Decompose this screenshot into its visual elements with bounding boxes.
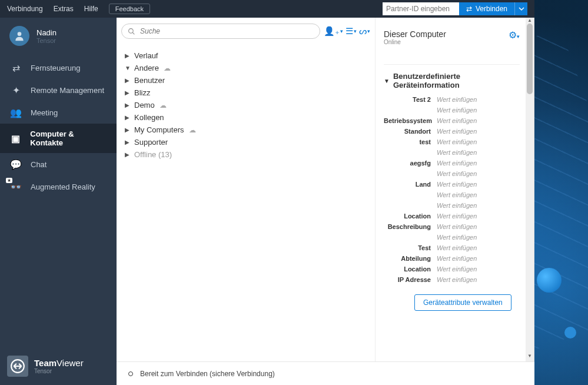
info-row: Wert einfügen [384, 190, 520, 200]
chevron-down-icon [519, 6, 524, 12]
search-input[interactable] [140, 27, 314, 35]
info-value[interactable]: Wert einfügen [437, 96, 477, 103]
triangle-right-icon: ▶ [125, 114, 131, 121]
scrollbar[interactable]: ▲ ▼ [526, 18, 534, 361]
profile[interactable]: Nadin Tensor [0, 18, 117, 57]
group-item[interactable]: ▶My Computers☁ [125, 124, 367, 136]
group-label: Benutzer [134, 76, 165, 85]
cloud-icon: ☁ [160, 101, 167, 109]
group-label: Andere [134, 64, 159, 72]
section-title-text: Benutzerdefinierte Geräteinformation [393, 72, 520, 89]
add-contact-button[interactable]: 👤₊▾ [324, 26, 343, 36]
info-label [384, 170, 437, 177]
info-row: Wert einfügen [384, 200, 520, 211]
person-plus-icon: 👤₊ [324, 26, 340, 36]
group-item[interactable]: ▼Andere☁ [125, 62, 367, 74]
nav-remote-management[interactable]: ✦ Remote Management [0, 79, 117, 101]
group-label: Verlauf [134, 51, 158, 60]
cloud-icon: ☁ [189, 126, 196, 134]
brand-sub: Tensor [34, 368, 84, 374]
info-row: IP AdresseWert einfügen [384, 274, 520, 285]
nav-label: Chat [31, 160, 46, 169]
avatar [9, 26, 29, 46]
group-item[interactable]: ▶Supporter [125, 136, 367, 148]
info-value[interactable]: Wert einfügen [437, 138, 477, 145]
brand: TeamViewer Tensor [0, 347, 117, 385]
info-value[interactable]: Wert einfügen [437, 223, 477, 230]
info-label: Land [384, 181, 437, 188]
connect-button[interactable]: ⇄ Verbinden [459, 2, 514, 15]
chevron-down-icon: ▾ [354, 28, 357, 34]
nav-augmented-reality[interactable]: ★ 👓 Augmented Reality [0, 175, 117, 198]
info-row: Wert einfügen [384, 105, 520, 115]
info-label: aegsfg [384, 160, 437, 167]
group-item[interactable]: ▶Offline (13) [125, 148, 367, 161]
refresh-button[interactable]: ᔕ▾ [359, 26, 370, 36]
manage-attributes-button[interactable]: Geräteattribute verwalten [414, 294, 511, 311]
info-value[interactable]: Wert einfügen [437, 265, 477, 273]
info-value[interactable]: Wert einfügen [437, 276, 477, 283]
info-label: Beschreibung [384, 223, 437, 230]
management-icon: ✦ [11, 85, 21, 95]
info-row: testWert einfügen [384, 137, 520, 147]
nav-computers-contacts[interactable]: ▣ Computer & Kontakte [0, 124, 117, 153]
nav-label: Remote Management [31, 86, 104, 95]
nav-meeting[interactable]: 👥 Meeting [0, 101, 117, 124]
brand-bold: Team [34, 358, 57, 368]
info-label [384, 191, 437, 198]
menu-extras[interactable]: Extras [54, 5, 74, 13]
info-value[interactable]: Wert einfügen [437, 213, 477, 220]
info-label [384, 234, 437, 241]
section-toggle[interactable]: ▼ Benutzerdefinierte Geräteinformation [384, 72, 520, 89]
group-item[interactable]: ▶Demo☁ [125, 99, 367, 111]
info-row: LocationWert einfügen [384, 211, 520, 221]
device-info-table: Test 2Wert einfügenWert einfügenBetriebs… [384, 94, 520, 285]
info-value[interactable]: Wert einfügen [437, 255, 477, 262]
info-value[interactable]: Wert einfügen [437, 202, 477, 209]
detail-panel: Dieser Computer Online ⚙▾ ▼ Benutzerdefi… [376, 18, 534, 361]
scrollbar-thumb[interactable] [527, 24, 533, 94]
group-label: Supporter [134, 138, 168, 147]
info-row: Wert einfügen [384, 232, 520, 243]
info-value[interactable]: Wert einfügen [437, 149, 477, 156]
group-item[interactable]: ▶Benutzer [125, 74, 367, 87]
contacts-icon: ▣ [11, 133, 21, 144]
feedback-button[interactable]: Feedback [109, 4, 150, 14]
search-box[interactable] [121, 24, 320, 39]
chevron-down-icon: ▾ [367, 28, 370, 34]
info-value[interactable]: Wert einfügen [437, 128, 477, 135]
nav-label: Computer & Kontakte [30, 130, 106, 147]
view-options-button[interactable]: ☰▾ [346, 26, 357, 36]
info-label: Location [384, 213, 437, 220]
cloud-icon: ☁ [164, 64, 171, 72]
partner-id-input[interactable] [383, 2, 459, 15]
connect-dropdown[interactable] [514, 2, 527, 15]
info-value[interactable]: Wert einfügen [437, 181, 477, 188]
middle-panel: 👤₊▾ ☰▾ ᔕ▾ ▶Verlauf▼Andere☁▶Benutzer▶Bliz… [117, 18, 376, 361]
menubar: Verbindung Extras Hilfe Feedback ⇄ Verbi… [0, 0, 534, 18]
info-value[interactable]: Wert einfügen [437, 234, 477, 241]
group-item[interactable]: ▶Blizz [125, 87, 367, 99]
info-value[interactable]: Wert einfügen [437, 244, 477, 251]
nav-fernsteuerung[interactable]: ⇄ Fernsteuerung [0, 57, 117, 79]
settings-button[interactable]: ⚙▾ [509, 29, 520, 41]
info-value[interactable]: Wert einfügen [437, 117, 477, 124]
nav-chat[interactable]: 💬 Chat [0, 153, 117, 175]
group-item[interactable]: ▶Kollegen [125, 111, 367, 124]
group-label: Kollegen [134, 113, 164, 122]
menu-verbindung[interactable]: Verbindung [7, 5, 43, 13]
info-row: LandWert einfügen [384, 179, 520, 190]
menu-hilfe[interactable]: Hilfe [84, 5, 98, 13]
info-value[interactable]: Wert einfügen [437, 160, 477, 167]
group-item[interactable]: ▶Verlauf [125, 49, 367, 62]
info-label [384, 107, 437, 114]
info-value[interactable]: Wert einfügen [437, 107, 477, 114]
svg-line-3 [132, 32, 134, 34]
info-value[interactable]: Wert einfügen [437, 170, 477, 177]
info-row: Wert einfügen [384, 168, 520, 179]
info-row: Wert einfügen [384, 147, 520, 158]
info-value[interactable]: Wert einfügen [437, 191, 477, 198]
info-label: IP Adresse [384, 276, 437, 283]
scroll-down-arrow[interactable]: ▼ [526, 353, 534, 361]
group-label: Demo [134, 101, 155, 109]
